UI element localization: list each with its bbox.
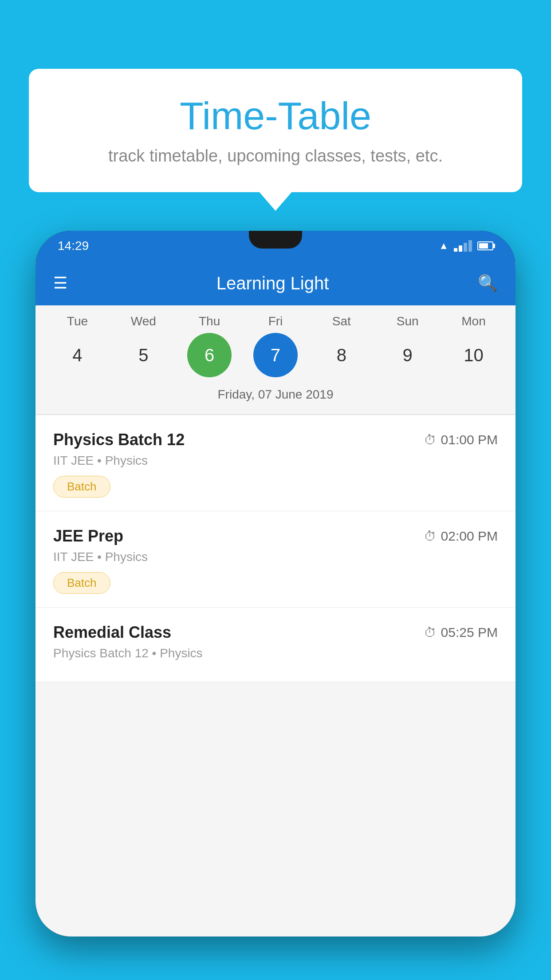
class-time-2: ⏱ 02:00 PM xyxy=(424,529,498,544)
bubble-subtitle: track timetable, upcoming classes, tests… xyxy=(55,146,496,166)
day-label-thu: Thu xyxy=(187,314,232,328)
class-item-2[interactable]: JEE Prep ⏱ 02:00 PM IIT JEE • Physics Ba… xyxy=(35,511,516,608)
class-name-1: Physics Batch 12 xyxy=(53,431,185,449)
day-label-sun: Sun xyxy=(386,314,430,328)
day-label-sat: Sat xyxy=(319,314,364,328)
clock-icon-1: ⏱ xyxy=(424,433,437,447)
class-item-3-header: Remedial Class ⏱ 05:25 PM xyxy=(53,623,498,642)
class-subject-3: Physics Batch 12 • Physics xyxy=(53,646,498,660)
day-numbers: 4 5 6 7 8 9 10 xyxy=(35,333,516,377)
class-name-3: Remedial Class xyxy=(53,623,171,642)
class-time-1: ⏱ 01:00 PM xyxy=(424,432,498,447)
app-bar-title: Learning Light xyxy=(216,273,329,293)
class-subject-1: IIT JEE • Physics xyxy=(53,454,498,468)
class-item-2-header: JEE Prep ⏱ 02:00 PM xyxy=(53,527,498,545)
day-label-mon: Mon xyxy=(451,314,496,328)
phone-container: 14:29 ▲ ☰ Lea xyxy=(35,231,516,980)
day-9[interactable]: 9 xyxy=(386,333,430,377)
menu-icon[interactable]: ☰ xyxy=(53,274,67,292)
time-value-2: 02:00 PM xyxy=(441,529,498,544)
time-value-1: 01:00 PM xyxy=(441,432,498,447)
signal-icon xyxy=(454,240,472,252)
day-label-fri: Fri xyxy=(253,314,298,328)
class-item-1[interactable]: Physics Batch 12 ⏱ 01:00 PM IIT JEE • Ph… xyxy=(35,415,516,511)
batch-badge-1: Batch xyxy=(53,476,110,498)
app-bar: ☰ Learning Light 🔍 xyxy=(35,261,516,305)
day-label-tue: Tue xyxy=(55,314,99,328)
speech-bubble: Time-Table track timetable, upcoming cla… xyxy=(29,69,522,192)
class-item-1-header: Physics Batch 12 ⏱ 01:00 PM xyxy=(53,431,498,449)
status-time: 14:29 xyxy=(58,239,89,253)
phone-frame: 14:29 ▲ ☰ Lea xyxy=(35,231,516,937)
day-label-wed: Wed xyxy=(121,314,165,328)
day-7-selected[interactable]: 7 xyxy=(253,333,298,377)
batch-badge-2: Batch xyxy=(53,572,110,594)
day-8[interactable]: 8 xyxy=(319,333,364,377)
day-4[interactable]: 4 xyxy=(55,333,99,377)
calendar-strip: Tue Wed Thu Fri Sat Sun Mon 4 5 6 7 8 9 … xyxy=(35,305,516,414)
search-icon[interactable]: 🔍 xyxy=(478,274,498,292)
selected-date-label: Friday, 07 June 2019 xyxy=(35,384,516,410)
class-time-3: ⏱ 05:25 PM xyxy=(424,625,498,640)
day-10[interactable]: 10 xyxy=(451,333,496,377)
wifi-icon: ▲ xyxy=(439,240,449,252)
day-6-today[interactable]: 6 xyxy=(187,333,232,377)
speech-bubble-container: Time-Table track timetable, upcoming cla… xyxy=(29,69,522,192)
bubble-title: Time-Table xyxy=(55,93,496,138)
class-name-2: JEE Prep xyxy=(53,527,123,545)
phone-notch xyxy=(249,231,302,249)
battery-icon xyxy=(477,241,493,250)
phone-screen: ☰ Learning Light 🔍 Tue Wed Thu Fri Sat S… xyxy=(35,261,516,937)
class-item-3[interactable]: Remedial Class ⏱ 05:25 PM Physics Batch … xyxy=(35,608,516,682)
class-subject-2: IIT JEE • Physics xyxy=(53,550,498,564)
time-value-3: 05:25 PM xyxy=(441,625,498,640)
clock-icon-3: ⏱ xyxy=(424,625,437,640)
classes-list: Physics Batch 12 ⏱ 01:00 PM IIT JEE • Ph… xyxy=(35,415,516,682)
clock-icon-2: ⏱ xyxy=(424,529,437,544)
day-labels: Tue Wed Thu Fri Sat Sun Mon xyxy=(35,314,516,328)
day-5[interactable]: 5 xyxy=(121,333,165,377)
status-icons: ▲ xyxy=(439,240,493,252)
